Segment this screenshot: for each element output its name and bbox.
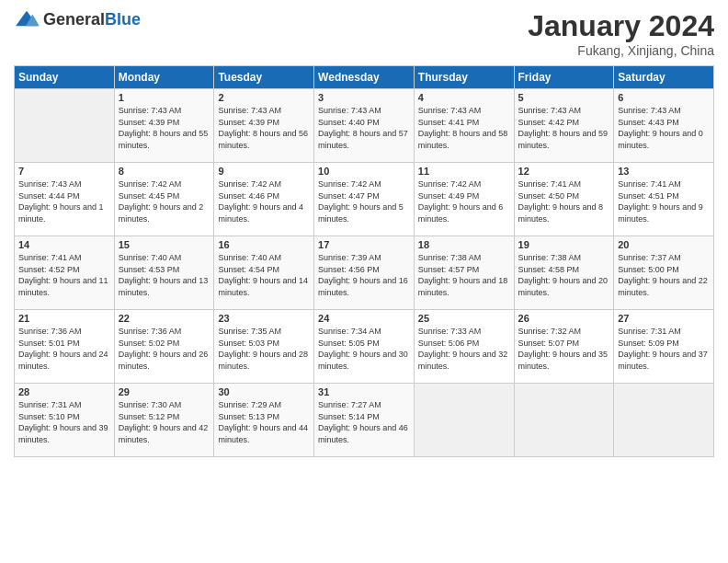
- day-info: Sunrise: 7:31 AMSunset: 5:09 PMDaylight:…: [618, 326, 710, 372]
- day-info: Sunrise: 7:32 AMSunset: 5:07 PMDaylight:…: [518, 326, 610, 372]
- title-block: January 2024 Fukang, Xinjiang, China: [528, 9, 714, 58]
- day-number: 15: [119, 239, 210, 250]
- calendar-title: January 2024: [528, 9, 714, 43]
- day-info: Sunrise: 7:42 AMSunset: 4:45 PMDaylight:…: [119, 178, 210, 224]
- day-number: 4: [418, 92, 510, 103]
- day-info: Sunrise: 7:27 AMSunset: 5:14 PMDaylight:…: [318, 399, 410, 445]
- header-sunday: Sunday: [15, 66, 115, 89]
- day-number: 29: [119, 386, 210, 397]
- header-thursday: Thursday: [414, 66, 514, 89]
- day-number: 25: [418, 313, 510, 324]
- day-number: 24: [318, 313, 410, 324]
- main-container: GeneralBlue January 2024 Fukang, Xinjian…: [0, 0, 728, 466]
- day-info: Sunrise: 7:41 AMSunset: 4:50 PMDaylight:…: [518, 178, 610, 224]
- calendar-week-5: 28Sunrise: 7:31 AMSunset: 5:10 PMDayligh…: [15, 384, 714, 457]
- day-info: Sunrise: 7:37 AMSunset: 5:00 PMDaylight:…: [618, 252, 710, 298]
- day-number: 1: [119, 92, 210, 103]
- calendar-cell: 25Sunrise: 7:33 AMSunset: 5:06 PMDayligh…: [414, 310, 514, 384]
- day-info: Sunrise: 7:36 AMSunset: 5:01 PMDaylight:…: [18, 326, 110, 372]
- calendar-cell: [614, 384, 714, 457]
- day-info: Sunrise: 7:31 AMSunset: 5:10 PMDaylight:…: [18, 399, 110, 445]
- calendar-cell: 8Sunrise: 7:42 AMSunset: 4:45 PMDaylight…: [114, 163, 214, 236]
- day-info: Sunrise: 7:40 AMSunset: 4:54 PMDaylight:…: [218, 252, 310, 298]
- calendar-body: 1Sunrise: 7:43 AMSunset: 4:39 PMDaylight…: [15, 89, 714, 457]
- day-info: Sunrise: 7:42 AMSunset: 4:46 PMDaylight:…: [218, 178, 310, 224]
- day-info: Sunrise: 7:42 AMSunset: 4:49 PMDaylight:…: [418, 178, 510, 224]
- day-info: Sunrise: 7:43 AMSunset: 4:39 PMDaylight:…: [119, 105, 210, 151]
- day-info: Sunrise: 7:36 AMSunset: 5:02 PMDaylight:…: [119, 326, 210, 372]
- day-number: 21: [18, 313, 110, 324]
- day-info: Sunrise: 7:43 AMSunset: 4:44 PMDaylight:…: [18, 178, 110, 224]
- day-info: Sunrise: 7:40 AMSunset: 4:53 PMDaylight:…: [119, 252, 210, 298]
- day-info: Sunrise: 7:35 AMSunset: 5:03 PMDaylight:…: [218, 326, 310, 372]
- day-number: 12: [518, 166, 610, 177]
- logo-blue: Blue: [105, 10, 141, 29]
- day-number: 23: [218, 313, 310, 324]
- calendar-cell: 16Sunrise: 7:40 AMSunset: 4:54 PMDayligh…: [214, 236, 314, 310]
- calendar-week-3: 14Sunrise: 7:41 AMSunset: 4:52 PMDayligh…: [15, 236, 714, 310]
- day-number: 31: [318, 386, 410, 397]
- day-info: Sunrise: 7:38 AMSunset: 4:57 PMDaylight:…: [418, 252, 510, 298]
- calendar-cell: 28Sunrise: 7:31 AMSunset: 5:10 PMDayligh…: [15, 384, 115, 457]
- day-info: Sunrise: 7:41 AMSunset: 4:52 PMDaylight:…: [18, 252, 110, 298]
- day-number: 30: [218, 386, 310, 397]
- calendar-cell: 7Sunrise: 7:43 AMSunset: 4:44 PMDaylight…: [15, 163, 115, 236]
- day-number: 5: [518, 92, 610, 103]
- day-number: 2: [218, 92, 310, 103]
- calendar-cell: 31Sunrise: 7:27 AMSunset: 5:14 PMDayligh…: [314, 384, 415, 457]
- calendar-cell: 14Sunrise: 7:41 AMSunset: 4:52 PMDayligh…: [15, 236, 115, 310]
- day-info: Sunrise: 7:30 AMSunset: 5:12 PMDaylight:…: [119, 399, 210, 445]
- day-info: Sunrise: 7:43 AMSunset: 4:40 PMDaylight:…: [318, 105, 410, 151]
- calendar-cell: 11Sunrise: 7:42 AMSunset: 4:49 PMDayligh…: [414, 163, 514, 236]
- calendar-cell: 18Sunrise: 7:38 AMSunset: 4:57 PMDayligh…: [414, 236, 514, 310]
- calendar-cell: 15Sunrise: 7:40 AMSunset: 4:53 PMDayligh…: [114, 236, 214, 310]
- logo: GeneralBlue: [14, 9, 141, 29]
- calendar-cell: 3Sunrise: 7:43 AMSunset: 4:40 PMDaylight…: [314, 89, 415, 163]
- day-number: 22: [119, 313, 210, 324]
- calendar-cell: [514, 384, 614, 457]
- calendar-table: Sunday Monday Tuesday Wednesday Thursday…: [14, 65, 714, 457]
- day-number: 16: [218, 239, 310, 250]
- day-number: 9: [218, 166, 310, 177]
- header-saturday: Saturday: [614, 66, 714, 89]
- calendar-week-1: 1Sunrise: 7:43 AMSunset: 4:39 PMDaylight…: [15, 89, 714, 163]
- logo-icon: [14, 9, 40, 29]
- day-number: 27: [618, 313, 710, 324]
- calendar-cell: 2Sunrise: 7:43 AMSunset: 4:39 PMDaylight…: [214, 89, 314, 163]
- day-number: 28: [18, 386, 110, 397]
- calendar-cell: 12Sunrise: 7:41 AMSunset: 4:50 PMDayligh…: [514, 163, 614, 236]
- calendar-cell: 26Sunrise: 7:32 AMSunset: 5:07 PMDayligh…: [514, 310, 614, 384]
- day-info: Sunrise: 7:43 AMSunset: 4:41 PMDaylight:…: [418, 105, 510, 151]
- day-number: 13: [618, 166, 710, 177]
- day-info: Sunrise: 7:33 AMSunset: 5:06 PMDaylight:…: [418, 326, 510, 372]
- day-number: 7: [18, 166, 110, 177]
- calendar-cell: 23Sunrise: 7:35 AMSunset: 5:03 PMDayligh…: [214, 310, 314, 384]
- day-info: Sunrise: 7:43 AMSunset: 4:43 PMDaylight:…: [618, 105, 710, 151]
- day-number: 18: [418, 239, 510, 250]
- day-info: Sunrise: 7:34 AMSunset: 5:05 PMDaylight:…: [318, 326, 410, 372]
- day-number: 11: [418, 166, 510, 177]
- calendar-cell: 29Sunrise: 7:30 AMSunset: 5:12 PMDayligh…: [114, 384, 214, 457]
- day-info: Sunrise: 7:38 AMSunset: 4:58 PMDaylight:…: [518, 252, 610, 298]
- day-info: Sunrise: 7:39 AMSunset: 4:56 PMDaylight:…: [318, 252, 410, 298]
- day-info: Sunrise: 7:43 AMSunset: 4:42 PMDaylight:…: [518, 105, 610, 151]
- day-info: Sunrise: 7:43 AMSunset: 4:39 PMDaylight:…: [218, 105, 310, 151]
- calendar-subtitle: Fukang, Xinjiang, China: [528, 43, 714, 58]
- day-number: 10: [318, 166, 410, 177]
- calendar-cell: 1Sunrise: 7:43 AMSunset: 4:39 PMDaylight…: [114, 89, 214, 163]
- logo-text: GeneralBlue: [43, 10, 141, 29]
- calendar-week-4: 21Sunrise: 7:36 AMSunset: 5:01 PMDayligh…: [15, 310, 714, 384]
- calendar-cell: 22Sunrise: 7:36 AMSunset: 5:02 PMDayligh…: [114, 310, 214, 384]
- header-tuesday: Tuesday: [214, 66, 314, 89]
- calendar-cell: 17Sunrise: 7:39 AMSunset: 4:56 PMDayligh…: [314, 236, 415, 310]
- day-number: 20: [618, 239, 710, 250]
- calendar-cell: 13Sunrise: 7:41 AMSunset: 4:51 PMDayligh…: [614, 163, 714, 236]
- header-monday: Monday: [114, 66, 214, 89]
- logo-general: General: [43, 10, 105, 29]
- day-number: 17: [318, 239, 410, 250]
- day-number: 3: [318, 92, 410, 103]
- day-number: 19: [518, 239, 610, 250]
- day-number: 14: [18, 239, 110, 250]
- day-number: 6: [618, 92, 710, 103]
- calendar-cell: 20Sunrise: 7:37 AMSunset: 5:00 PMDayligh…: [614, 236, 714, 310]
